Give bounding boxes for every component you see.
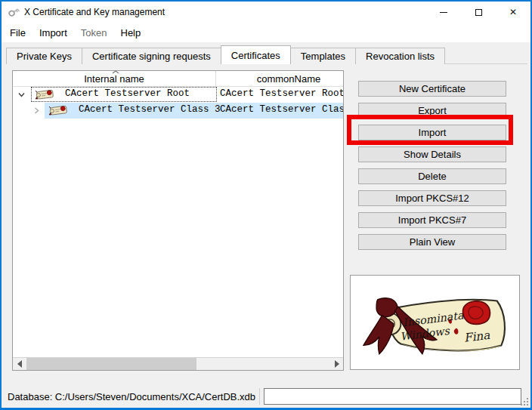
cell-internal-name: CAcert Testserver Root [65, 88, 190, 99]
tab-bar: Private Keys Certificate signing request… [6, 45, 445, 64]
table-header: Internal name commonName [13, 71, 343, 87]
column-header-internal-name[interactable]: Internal name [13, 71, 216, 87]
close-button[interactable]: ✕ [496, 2, 530, 23]
xca-logo-panel: Insominata Windows Fina [350, 275, 520, 370]
chevron-down-icon[interactable] [17, 91, 26, 99]
scrollbar-thumb[interactable] [26, 358, 196, 370]
maximize-icon [475, 9, 482, 16]
cell-internal-name: CAcert Testserver Class 3 [79, 104, 221, 115]
minimize-button[interactable] [426, 2, 461, 23]
annotation-highlight-box [347, 115, 513, 145]
plain-view-button[interactable]: Plain View [358, 234, 506, 250]
import-pkcs7-button[interactable]: Import PKCS#7 [358, 212, 506, 228]
show-details-button[interactable]: Show Details [358, 146, 506, 162]
tab-certificate-signing-requests[interactable]: Certificate signing requests [82, 48, 221, 64]
certificate-table: Internal name commonName CAcert Testser [12, 70, 344, 371]
tab-revocation-lists[interactable]: Revocation lists [355, 48, 445, 64]
chevron-right-icon[interactable] [32, 106, 41, 115]
scroll-right-button[interactable] [330, 358, 343, 370]
tab-templates[interactable]: Templates [290, 48, 356, 64]
sort-ascending-icon [112, 70, 119, 74]
xca-window: X Certificate and Key management ✕ File … [0, 0, 532, 410]
title-bar: X Certificate and Key management ✕ [2, 2, 530, 23]
scroll-left-button[interactable] [13, 358, 26, 370]
tab-private-keys[interactable]: Private Keys [6, 48, 82, 64]
xca-scroll-logo: Insominata Windows Fina [356, 279, 515, 365]
maximize-button[interactable] [461, 2, 496, 23]
window-title: X Certificate and Key management [24, 7, 165, 17]
menu-bar: File Import Token Help [2, 23, 530, 42]
delete-button[interactable]: Delete [358, 168, 506, 184]
minimize-icon [440, 12, 447, 13]
menu-file[interactable]: File [3, 24, 32, 42]
certificate-icon [47, 103, 70, 117]
menu-help[interactable]: Help [114, 24, 148, 42]
scroll-right-icon [335, 360, 339, 368]
column-header-common-name[interactable]: commonName [217, 71, 360, 87]
menu-token: Token [74, 24, 114, 42]
key-icon [8, 6, 20, 18]
status-bar: Database: C:/Users/Steven/Documents/XCA/… [2, 385, 530, 408]
table-row[interactable]: CAcert Testserver Root CAcert Testserver… [13, 87, 343, 103]
database-path-label: Database: C:/Users/Steven/Documents/XCA/… [8, 391, 255, 402]
horizontal-scrollbar[interactable] [13, 357, 343, 370]
cell-common-name: CAcert Testserver Class 3 [220, 104, 343, 115]
table-row[interactable]: CAcert Testserver Class 3 CAcert Testser… [13, 103, 343, 119]
cell-common-name: CAcert Testserver Root [220, 88, 343, 99]
resize-grip[interactable] [520, 397, 529, 406]
import-pkcs12-button[interactable]: Import PKCS#12 [358, 190, 506, 206]
tab-certificates[interactable]: Certificates [221, 45, 291, 64]
certificate-icon [33, 88, 56, 101]
search-input[interactable] [264, 388, 521, 405]
close-icon: ✕ [509, 8, 517, 17]
new-certificate-button[interactable]: New Certificate [358, 81, 506, 97]
menu-import[interactable]: Import [32, 24, 74, 42]
status-separator [259, 388, 260, 405]
scroll-left-icon [17, 360, 22, 368]
